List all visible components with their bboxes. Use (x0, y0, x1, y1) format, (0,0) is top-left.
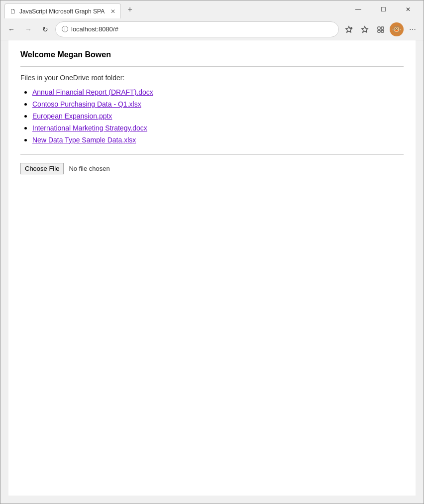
profile-avatar[interactable]: 🐵 (390, 22, 404, 36)
svg-marker-0 (346, 26, 352, 32)
tabs-area: 🗋 JavaScript Microsoft Graph SPA ✕ + (4, 0, 347, 18)
active-tab[interactable]: 🗋 JavaScript Microsoft Graph SPA ✕ (4, 3, 121, 18)
list-item: International Marketing Strategy.docx (32, 124, 404, 132)
add-to-favorites-button[interactable] (342, 22, 356, 36)
url-bar[interactable]: ⓘ localhost:8080/# (55, 21, 339, 37)
divider-top (20, 66, 404, 67)
close-button[interactable]: ✕ (397, 2, 420, 17)
svg-marker-3 (362, 26, 368, 32)
divider-bottom (20, 154, 404, 155)
file-link-2[interactable]: Contoso Purchasing Data - Q1.xlsx (32, 100, 141, 108)
minimize-button[interactable]: — (347, 2, 370, 17)
no-file-label: No file chosen (69, 165, 109, 172)
tab-close-button[interactable]: ✕ (110, 8, 115, 15)
welcome-heading: Welcome Megan Bowen (20, 50, 404, 59)
svg-rect-7 (381, 30, 384, 32)
file-upload-row: Choose File No file chosen (20, 163, 404, 174)
file-link-1[interactable]: Annual Financial Report (DRAFT).docx (32, 88, 153, 96)
favorites-button[interactable] (358, 22, 372, 36)
back-button[interactable]: ← (4, 22, 18, 36)
address-bar: ← → ↻ ⓘ localhost:8080/# (0, 18, 424, 40)
forward-button[interactable]: → (21, 22, 35, 36)
list-item: European Expansion.pptx (32, 112, 404, 121)
window-controls: — ☐ ✕ (347, 0, 420, 18)
refresh-button[interactable]: ↻ (38, 22, 52, 36)
browser-actions: 🐵 ⋯ (342, 22, 420, 36)
list-item: New Data Type Sample Data.xlsx (32, 135, 404, 144)
info-icon: ⓘ (62, 25, 68, 34)
browser-window: 🗋 JavaScript Microsoft Graph SPA ✕ + — ☐… (0, 0, 424, 504)
file-link-5[interactable]: New Data Type Sample Data.xlsx (32, 136, 136, 144)
collections-button[interactable] (374, 22, 388, 36)
maximize-button[interactable]: ☐ (372, 2, 395, 17)
section-label: Files in your OneDrive root folder: (20, 74, 404, 82)
svg-rect-6 (378, 30, 380, 32)
svg-rect-5 (381, 27, 384, 29)
choose-file-button[interactable]: Choose File (20, 163, 64, 174)
file-link-3[interactable]: European Expansion.pptx (32, 112, 112, 120)
page-content: Welcome Megan Bowen Files in your OneDri… (8, 40, 416, 496)
file-link-4[interactable]: International Marketing Strategy.docx (32, 124, 147, 132)
file-list: Annual Financial Report (DRAFT).docx Con… (20, 88, 404, 144)
url-text: localhost:8080/# (71, 25, 332, 33)
list-item: Annual Financial Report (DRAFT).docx (32, 88, 404, 97)
tab-label: JavaScript Microsoft Graph SPA (19, 8, 105, 15)
tab-page-icon: 🗋 (10, 7, 16, 15)
svg-rect-4 (378, 27, 380, 29)
new-tab-button[interactable]: + (123, 2, 137, 16)
list-item: Contoso Purchasing Data - Q1.xlsx (32, 100, 404, 109)
title-bar: 🗋 JavaScript Microsoft Graph SPA ✕ + — ☐… (0, 0, 424, 18)
more-button[interactable]: ⋯ (406, 22, 420, 36)
